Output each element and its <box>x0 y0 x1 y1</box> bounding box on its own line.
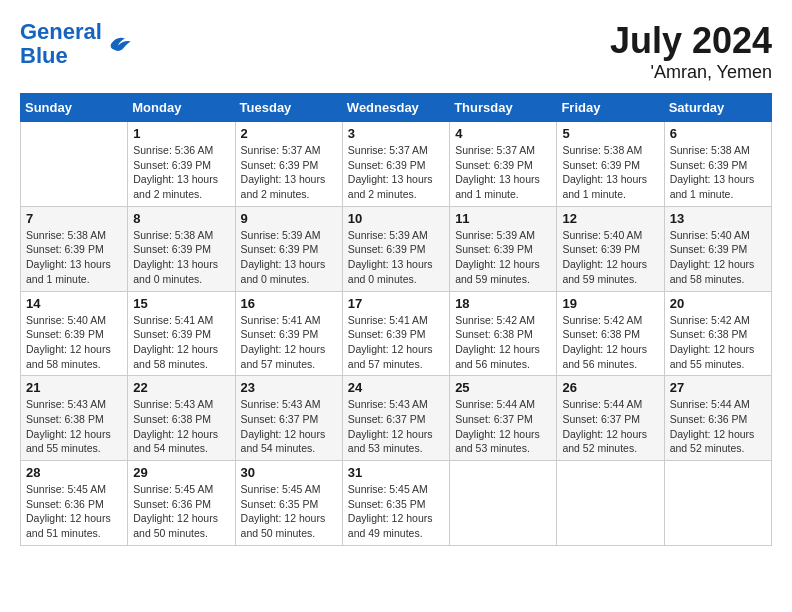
day-header-friday: Friday <box>557 94 664 122</box>
day-info: Sunrise: 5:41 AM Sunset: 6:39 PM Dayligh… <box>241 313 337 372</box>
calendar-day-cell <box>557 461 664 546</box>
calendar-day-cell: 24Sunrise: 5:43 AM Sunset: 6:37 PM Dayli… <box>342 376 449 461</box>
day-number: 1 <box>133 126 229 141</box>
calendar-day-cell: 1Sunrise: 5:36 AM Sunset: 6:39 PM Daylig… <box>128 122 235 207</box>
day-info: Sunrise: 5:45 AM Sunset: 6:36 PM Dayligh… <box>26 482 122 541</box>
day-number: 15 <box>133 296 229 311</box>
calendar-day-cell: 21Sunrise: 5:43 AM Sunset: 6:38 PM Dayli… <box>21 376 128 461</box>
day-info: Sunrise: 5:38 AM Sunset: 6:39 PM Dayligh… <box>670 143 766 202</box>
day-info: Sunrise: 5:42 AM Sunset: 6:38 PM Dayligh… <box>670 313 766 372</box>
day-number: 24 <box>348 380 444 395</box>
day-info: Sunrise: 5:41 AM Sunset: 6:39 PM Dayligh… <box>348 313 444 372</box>
day-header-wednesday: Wednesday <box>342 94 449 122</box>
calendar-day-cell: 22Sunrise: 5:43 AM Sunset: 6:38 PM Dayli… <box>128 376 235 461</box>
day-number: 19 <box>562 296 658 311</box>
day-header-saturday: Saturday <box>664 94 771 122</box>
day-number: 9 <box>241 211 337 226</box>
calendar-week-row: 21Sunrise: 5:43 AM Sunset: 6:38 PM Dayli… <box>21 376 772 461</box>
day-number: 4 <box>455 126 551 141</box>
calendar-day-cell: 23Sunrise: 5:43 AM Sunset: 6:37 PM Dayli… <box>235 376 342 461</box>
day-info: Sunrise: 5:39 AM Sunset: 6:39 PM Dayligh… <box>455 228 551 287</box>
page-header: GeneralBlue July 2024 'Amran, Yemen <box>20 20 772 83</box>
calendar-table: SundayMondayTuesdayWednesdayThursdayFrid… <box>20 93 772 546</box>
calendar-week-row: 28Sunrise: 5:45 AM Sunset: 6:36 PM Dayli… <box>21 461 772 546</box>
calendar-week-row: 7Sunrise: 5:38 AM Sunset: 6:39 PM Daylig… <box>21 206 772 291</box>
calendar-day-cell: 8Sunrise: 5:38 AM Sunset: 6:39 PM Daylig… <box>128 206 235 291</box>
day-number: 16 <box>241 296 337 311</box>
day-info: Sunrise: 5:44 AM Sunset: 6:36 PM Dayligh… <box>670 397 766 456</box>
calendar-day-cell: 6Sunrise: 5:38 AM Sunset: 6:39 PM Daylig… <box>664 122 771 207</box>
calendar-day-cell: 14Sunrise: 5:40 AM Sunset: 6:39 PM Dayli… <box>21 291 128 376</box>
day-number: 14 <box>26 296 122 311</box>
days-header-row: SundayMondayTuesdayWednesdayThursdayFrid… <box>21 94 772 122</box>
logo-bird-icon <box>104 30 132 58</box>
logo: GeneralBlue <box>20 20 132 68</box>
day-number: 13 <box>670 211 766 226</box>
day-info: Sunrise: 5:43 AM Sunset: 6:37 PM Dayligh… <box>241 397 337 456</box>
day-number: 2 <box>241 126 337 141</box>
day-info: Sunrise: 5:43 AM Sunset: 6:38 PM Dayligh… <box>133 397 229 456</box>
day-number: 18 <box>455 296 551 311</box>
calendar-day-cell: 28Sunrise: 5:45 AM Sunset: 6:36 PM Dayli… <box>21 461 128 546</box>
day-number: 20 <box>670 296 766 311</box>
day-info: Sunrise: 5:36 AM Sunset: 6:39 PM Dayligh… <box>133 143 229 202</box>
day-info: Sunrise: 5:39 AM Sunset: 6:39 PM Dayligh… <box>241 228 337 287</box>
day-number: 21 <box>26 380 122 395</box>
day-info: Sunrise: 5:45 AM Sunset: 6:35 PM Dayligh… <box>348 482 444 541</box>
calendar-week-row: 14Sunrise: 5:40 AM Sunset: 6:39 PM Dayli… <box>21 291 772 376</box>
day-info: Sunrise: 5:44 AM Sunset: 6:37 PM Dayligh… <box>562 397 658 456</box>
day-info: Sunrise: 5:38 AM Sunset: 6:39 PM Dayligh… <box>562 143 658 202</box>
calendar-day-cell: 5Sunrise: 5:38 AM Sunset: 6:39 PM Daylig… <box>557 122 664 207</box>
day-number: 11 <box>455 211 551 226</box>
calendar-week-row: 1Sunrise: 5:36 AM Sunset: 6:39 PM Daylig… <box>21 122 772 207</box>
day-info: Sunrise: 5:40 AM Sunset: 6:39 PM Dayligh… <box>670 228 766 287</box>
calendar-day-cell: 27Sunrise: 5:44 AM Sunset: 6:36 PM Dayli… <box>664 376 771 461</box>
day-info: Sunrise: 5:40 AM Sunset: 6:39 PM Dayligh… <box>562 228 658 287</box>
day-info: Sunrise: 5:45 AM Sunset: 6:35 PM Dayligh… <box>241 482 337 541</box>
day-info: Sunrise: 5:41 AM Sunset: 6:39 PM Dayligh… <box>133 313 229 372</box>
calendar-day-cell: 17Sunrise: 5:41 AM Sunset: 6:39 PM Dayli… <box>342 291 449 376</box>
logo-text: GeneralBlue <box>20 20 102 68</box>
day-number: 6 <box>670 126 766 141</box>
calendar-day-cell: 13Sunrise: 5:40 AM Sunset: 6:39 PM Dayli… <box>664 206 771 291</box>
day-info: Sunrise: 5:38 AM Sunset: 6:39 PM Dayligh… <box>133 228 229 287</box>
day-info: Sunrise: 5:43 AM Sunset: 6:38 PM Dayligh… <box>26 397 122 456</box>
calendar-day-cell: 18Sunrise: 5:42 AM Sunset: 6:38 PM Dayli… <box>450 291 557 376</box>
day-info: Sunrise: 5:39 AM Sunset: 6:39 PM Dayligh… <box>348 228 444 287</box>
day-number: 26 <box>562 380 658 395</box>
day-info: Sunrise: 5:43 AM Sunset: 6:37 PM Dayligh… <box>348 397 444 456</box>
day-info: Sunrise: 5:45 AM Sunset: 6:36 PM Dayligh… <box>133 482 229 541</box>
day-header-sunday: Sunday <box>21 94 128 122</box>
calendar-day-cell: 29Sunrise: 5:45 AM Sunset: 6:36 PM Dayli… <box>128 461 235 546</box>
calendar-day-cell: 7Sunrise: 5:38 AM Sunset: 6:39 PM Daylig… <box>21 206 128 291</box>
day-info: Sunrise: 5:37 AM Sunset: 6:39 PM Dayligh… <box>348 143 444 202</box>
day-info: Sunrise: 5:38 AM Sunset: 6:39 PM Dayligh… <box>26 228 122 287</box>
calendar-day-cell: 2Sunrise: 5:37 AM Sunset: 6:39 PM Daylig… <box>235 122 342 207</box>
calendar-day-cell: 31Sunrise: 5:45 AM Sunset: 6:35 PM Dayli… <box>342 461 449 546</box>
day-info: Sunrise: 5:40 AM Sunset: 6:39 PM Dayligh… <box>26 313 122 372</box>
day-number: 30 <box>241 465 337 480</box>
calendar-day-cell: 3Sunrise: 5:37 AM Sunset: 6:39 PM Daylig… <box>342 122 449 207</box>
calendar-day-cell <box>664 461 771 546</box>
day-number: 12 <box>562 211 658 226</box>
calendar-day-cell: 4Sunrise: 5:37 AM Sunset: 6:39 PM Daylig… <box>450 122 557 207</box>
calendar-day-cell: 11Sunrise: 5:39 AM Sunset: 6:39 PM Dayli… <box>450 206 557 291</box>
day-info: Sunrise: 5:42 AM Sunset: 6:38 PM Dayligh… <box>562 313 658 372</box>
day-number: 3 <box>348 126 444 141</box>
calendar-day-cell: 12Sunrise: 5:40 AM Sunset: 6:39 PM Dayli… <box>557 206 664 291</box>
calendar-day-cell <box>450 461 557 546</box>
day-number: 8 <box>133 211 229 226</box>
calendar-header: SundayMondayTuesdayWednesdayThursdayFrid… <box>21 94 772 122</box>
day-info: Sunrise: 5:42 AM Sunset: 6:38 PM Dayligh… <box>455 313 551 372</box>
day-number: 22 <box>133 380 229 395</box>
day-header-monday: Monday <box>128 94 235 122</box>
calendar-day-cell: 15Sunrise: 5:41 AM Sunset: 6:39 PM Dayli… <box>128 291 235 376</box>
day-number: 5 <box>562 126 658 141</box>
calendar-day-cell: 9Sunrise: 5:39 AM Sunset: 6:39 PM Daylig… <box>235 206 342 291</box>
calendar-day-cell: 25Sunrise: 5:44 AM Sunset: 6:37 PM Dayli… <box>450 376 557 461</box>
day-header-thursday: Thursday <box>450 94 557 122</box>
day-number: 28 <box>26 465 122 480</box>
calendar-day-cell: 16Sunrise: 5:41 AM Sunset: 6:39 PM Dayli… <box>235 291 342 376</box>
calendar-body: 1Sunrise: 5:36 AM Sunset: 6:39 PM Daylig… <box>21 122 772 546</box>
calendar-day-cell <box>21 122 128 207</box>
